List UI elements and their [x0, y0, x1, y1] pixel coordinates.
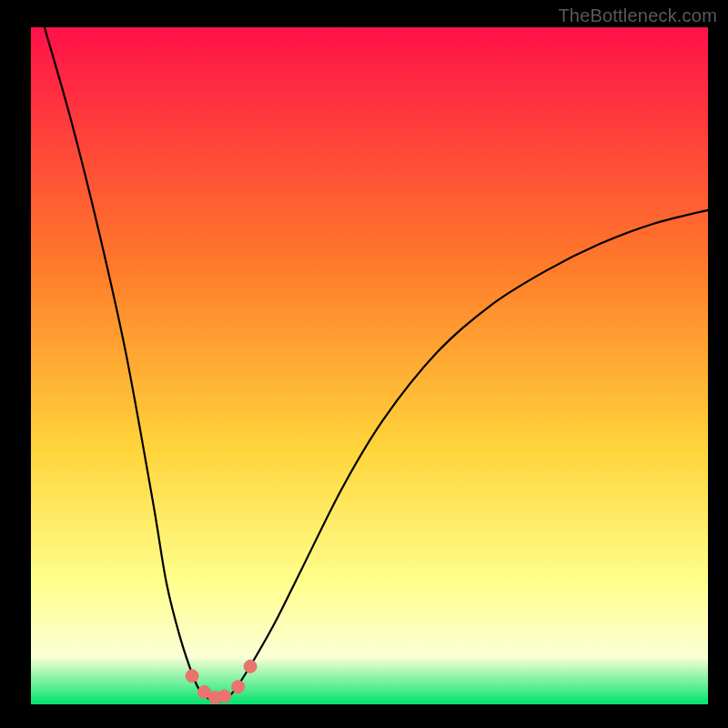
- chart-container: TheBottleneck.com: [0, 0, 728, 728]
- marker-dot: [218, 690, 231, 703]
- marker-dot: [232, 681, 245, 693]
- marker-dot: [244, 660, 257, 672]
- marker-dot: [186, 670, 198, 682]
- watermark-text: TheBottleneck.com: [558, 5, 717, 26]
- chart-svg: [0, 0, 728, 728]
- plot-area: [31, 27, 708, 704]
